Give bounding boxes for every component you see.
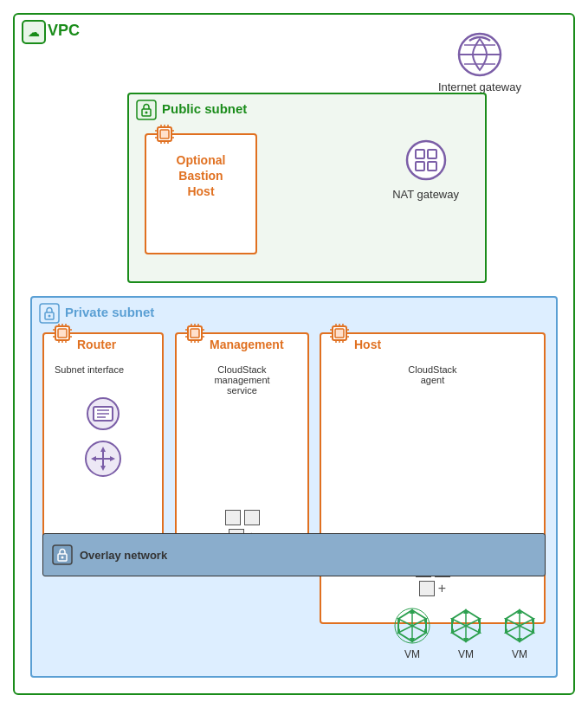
svg-point-30 (48, 315, 51, 318)
host-box: Host CloudStack agent + (320, 332, 546, 624)
cloudstack-mgmt-label: CloudStack management service (191, 364, 294, 396)
overlay-label: Overlay network (80, 549, 167, 562)
vm-label-1: VM (404, 648, 420, 660)
svg-rect-72 (335, 329, 344, 338)
diagram: ☁ VPC Internet gateway (0, 0, 588, 708)
svg-rect-10 (160, 130, 169, 138)
svg-rect-58 (191, 329, 199, 338)
public-subnet-lock-icon (136, 100, 157, 120)
private-subnet-label: Private subnet (65, 305, 154, 319)
mgmt-square-2 (244, 510, 260, 525)
host-plus-icon: + (438, 581, 446, 596)
nat-gateway: NAT gateway (392, 138, 459, 201)
vm-icon-1 (393, 607, 431, 645)
nat-gateway-icon (404, 138, 449, 183)
management-label: Management (210, 338, 284, 351)
public-subnet: Public subnet (127, 93, 487, 283)
internet-gateway-icon (457, 32, 502, 77)
vpc-cloud-icon: ☁ (22, 20, 46, 44)
nat-gateway-label: NAT gateway (392, 188, 459, 201)
subnet-interface-label: Subnet interface (55, 364, 124, 375)
svg-text:☁: ☁ (28, 25, 40, 39)
overlay-network-box: Overlay network (42, 533, 546, 576)
host-square-3 (419, 581, 435, 596)
vm-item-2: VM (447, 607, 485, 660)
internet-gateway: Internet gateway (438, 32, 521, 93)
vpc-box: ☁ VPC Internet gateway (13, 13, 575, 695)
vm-row: VM VM (393, 607, 539, 660)
management-chip-icon (184, 322, 206, 344)
host-label: Host (354, 338, 381, 351)
vm-icon-2 (447, 607, 485, 645)
vm-label-2: VM (458, 648, 474, 660)
bastion-label: Optional Bastion Host (177, 152, 226, 200)
vm-label-3: VM (512, 648, 527, 660)
router-label: Router (77, 338, 116, 351)
svg-rect-32 (58, 329, 67, 338)
vm-icon-3 (501, 607, 539, 645)
vm-item-1: VM (393, 607, 431, 660)
overlay-lock-icon (52, 544, 73, 565)
vpc-label: VPC (48, 22, 80, 40)
public-subnet-label: Public subnet (162, 101, 247, 116)
private-subnet-lock-icon (39, 303, 60, 324)
svg-point-23 (407, 141, 445, 179)
bastion-chip-icon (153, 123, 176, 145)
vm-item-3: VM (501, 607, 539, 660)
svg-point-87 (61, 557, 64, 559)
router-arrows-icon (84, 440, 122, 478)
mgmt-square-1 (225, 510, 241, 525)
host-chip-icon (328, 322, 351, 344)
router-chip-icon (51, 322, 74, 344)
internet-gateway-label: Internet gateway (438, 80, 521, 93)
network-interface-icon (84, 395, 122, 433)
private-subnet: Private subnet (30, 296, 558, 678)
cloudstack-agent-label: CloudStack agent (381, 364, 485, 385)
svg-point-8 (145, 112, 148, 114)
bastion-host-box: Optional Bastion Host (145, 133, 257, 254)
